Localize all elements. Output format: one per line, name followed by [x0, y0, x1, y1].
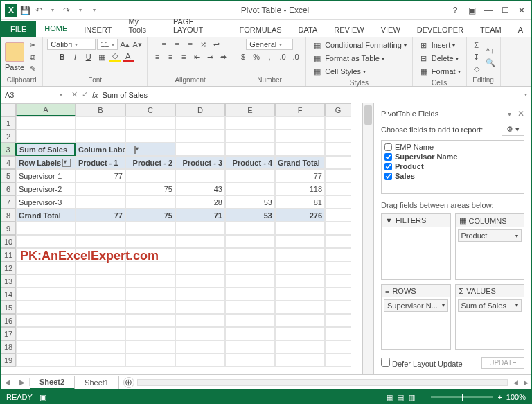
comma-icon[interactable]: , [264, 51, 275, 62]
zoom-level[interactable]: 100% [506, 393, 526, 401]
cell-c8[interactable]: 75 [125, 209, 175, 222]
help-icon[interactable]: ? [450, 6, 461, 15]
cell[interactable] [225, 261, 275, 274]
cell[interactable] [225, 116, 275, 130]
cell-f8[interactable]: 276 [275, 209, 325, 222]
cell[interactable] [325, 274, 351, 288]
row-header[interactable]: 10 [1, 235, 16, 248]
cell-styles-button[interactable]: ▦Cell Styles▾ [310, 65, 367, 78]
row-header[interactable]: 13 [1, 274, 16, 288]
cell[interactable] [325, 130, 351, 143]
cell-e7[interactable]: 53 [225, 195, 275, 209]
cell-b8[interactable]: 77 [76, 209, 125, 222]
cell[interactable] [76, 235, 125, 248]
cell[interactable] [76, 274, 125, 288]
cell[interactable] [325, 222, 351, 235]
cell[interactable] [225, 182, 275, 195]
italic-icon[interactable]: I [70, 51, 81, 62]
cell[interactable] [175, 340, 225, 353]
cell[interactable] [325, 143, 351, 156]
cell[interactable] [275, 222, 325, 235]
area-values[interactable]: ΣVALUES Sum of Sales▾ [455, 284, 525, 351]
tab-analyze[interactable]: A [510, 23, 531, 37]
field-sales[interactable]: Sales [383, 171, 522, 181]
cell-d4[interactable]: Product - 3 [175, 156, 225, 169]
cell-d7[interactable]: 28 [175, 195, 225, 209]
cell[interactable] [175, 248, 225, 261]
inc-decimal-icon[interactable]: .0 [277, 51, 288, 62]
cell[interactable] [16, 301, 76, 314]
cell[interactable] [275, 353, 325, 367]
merge-icon[interactable]: ⬌ [218, 51, 229, 62]
update-button[interactable]: UPDATE [481, 357, 524, 369]
wrap-text-icon[interactable]: ↩ [211, 39, 222, 50]
cell[interactable] [76, 130, 125, 143]
tab-my-tools[interactable]: My Tools [120, 15, 165, 37]
cell-a3[interactable]: Sum of Sales [16, 143, 76, 156]
cell[interactable] [125, 274, 175, 288]
cell-e8[interactable]: 53 [225, 209, 275, 222]
cell[interactable] [225, 235, 275, 248]
cell-a6[interactable]: Supervisor-2 [16, 182, 76, 195]
select-all-corner[interactable] [1, 103, 16, 116]
cell[interactable] [16, 130, 76, 143]
enter-formula-icon[interactable]: ✓ [82, 90, 88, 99]
row-header[interactable]: 18 [1, 340, 16, 353]
cell-b5[interactable]: 77 [76, 169, 125, 182]
field-checkbox[interactable] [384, 153, 392, 161]
tab-insert[interactable]: INSERT [76, 23, 120, 37]
area-filters[interactable]: ▼FILTERS [381, 213, 451, 280]
row-header[interactable]: 11 [1, 248, 16, 261]
cell[interactable] [325, 116, 351, 130]
sheet-tab-sheet1[interactable]: Sheet1 [75, 376, 119, 389]
cell[interactable] [16, 235, 76, 248]
defer-layout-checkbox[interactable]: Defer Layout Update [381, 358, 463, 368]
border-icon[interactable]: ▦ [96, 51, 107, 62]
cell[interactable] [175, 222, 225, 235]
cell[interactable] [76, 301, 125, 314]
cell[interactable] [225, 143, 275, 156]
cell[interactable] [16, 327, 76, 340]
row-header[interactable]: 4 [1, 156, 16, 169]
format-painter-icon[interactable]: ✎ [27, 63, 38, 74]
col-header-c[interactable]: C [125, 103, 175, 116]
cell-a7[interactable]: Supervisor-3 [16, 195, 76, 209]
sheet-tab-sheet2[interactable]: Sheet2 [30, 376, 75, 389]
panel-settings-button[interactable]: ⚙ ▾ [502, 123, 524, 136]
cell[interactable] [275, 130, 325, 143]
field-checkbox[interactable] [384, 173, 392, 180]
cell[interactable] [125, 235, 175, 248]
hscroll-right-icon[interactable]: ▶ [521, 379, 531, 386]
field-supervisor-name[interactable]: Supervisor Name [383, 152, 522, 161]
cell[interactable] [225, 340, 275, 353]
cell[interactable] [125, 130, 175, 143]
delete-cells-button[interactable]: ⊟Delete▾ [417, 52, 460, 64]
cell[interactable] [325, 340, 351, 353]
field-product[interactable]: Product [383, 161, 522, 171]
column-filter-icon[interactable] [134, 146, 136, 154]
row-header[interactable]: 16 [1, 314, 16, 327]
cell[interactable] [325, 209, 351, 222]
tab-scroll-right-icon[interactable]: ▶ [15, 378, 30, 386]
row-header[interactable]: 8 [1, 209, 16, 222]
row-header[interactable]: 2 [1, 130, 16, 143]
cell-d8[interactable]: 71 [175, 209, 225, 222]
cell[interactable] [175, 235, 225, 248]
qat-customize-icon[interactable]: ▾ [88, 4, 100, 17]
cell[interactable] [325, 235, 351, 248]
cell-c4[interactable]: Product - 2 [125, 156, 175, 169]
cell[interactable] [76, 353, 125, 367]
cell[interactable] [325, 248, 351, 261]
cell[interactable] [175, 314, 225, 327]
cell[interactable] [175, 353, 225, 367]
find-select-icon[interactable]: 🔍 [485, 58, 496, 69]
cell[interactable] [225, 222, 275, 235]
conditional-formatting-button[interactable]: ▦Conditional Formatting▾ [310, 39, 408, 51]
cell[interactable] [16, 353, 76, 367]
cell[interactable] [325, 314, 351, 327]
cell[interactable] [225, 248, 275, 261]
clear-icon[interactable]: ◇ [471, 63, 482, 74]
cell[interactable] [225, 130, 275, 143]
ribbon-options-icon[interactable]: ▣ [466, 6, 477, 15]
format-cells-button[interactable]: ▦Format▾ [417, 65, 462, 78]
